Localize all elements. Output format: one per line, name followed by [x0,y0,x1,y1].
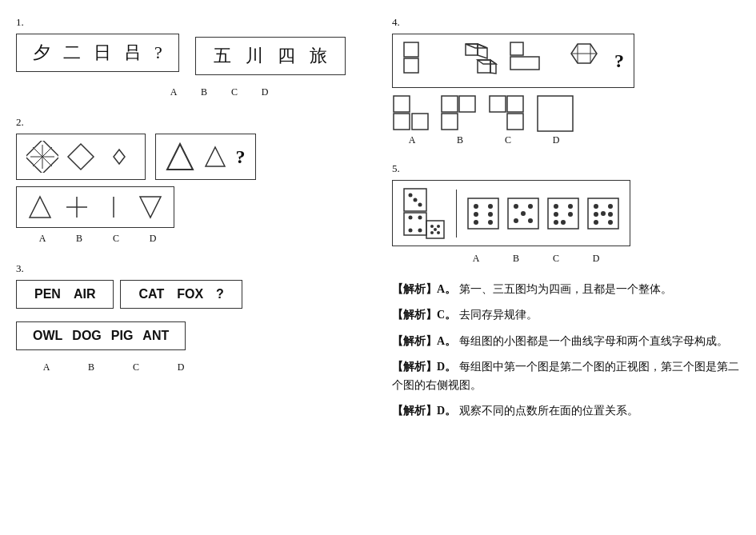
q2-shape4 [166,141,194,173]
svg-point-44 [418,216,422,220]
svg-point-64 [514,218,518,223]
svg-rect-32 [459,96,475,112]
svg-point-78 [608,212,613,217]
q3-optA-w2: DOG [72,329,101,343]
q2-label-c: C [98,233,134,245]
q1-char-3: 日 [94,41,111,65]
svg-point-54 [474,204,478,209]
q1-label-a: A [158,86,189,98]
svg-rect-29 [394,114,410,130]
svg-marker-5 [68,144,94,170]
q2-label-a: A [24,233,61,245]
q4-main3 [509,41,541,81]
page-container: 1. 夕 二 日 吕 ? 五 川 四 旅 A B C [16,16,740,428]
q1-char-2: 二 [63,41,81,65]
q2-question-mark: ? [236,146,246,168]
question-4: 4. [392,16,740,146]
svg-rect-31 [442,96,458,112]
q5-label-a: A [456,253,496,265]
q2-label-b: B [61,233,98,245]
q2-optD [138,194,162,221]
q4-main4 [563,41,603,81]
q2-shape1 [26,141,58,173]
q2-shape2 [65,141,97,173]
svg-marker-16 [466,44,478,55]
q4-optB-svg [440,94,480,134]
svg-rect-53 [468,198,498,229]
svg-marker-6 [114,150,125,164]
q5-label-c: C [536,253,576,265]
question-2: 2. [16,116,368,245]
analysis-1-label: 【解析】A。 [392,283,456,295]
analysis-3-label: 【解析】A。 [392,335,456,347]
svg-rect-15 [404,58,418,73]
q1-options-box: 五 川 四 旅 [195,37,346,75]
question-5: 5. [392,162,740,265]
q4-label-c: C [505,134,511,146]
q3-optA-box: OWL DOG PIG ANT [16,321,186,350]
q5-separator [456,190,457,238]
svg-point-71 [561,220,566,225]
svg-marker-7 [167,144,193,170]
q1-optA-char: 五 [214,44,231,68]
svg-point-62 [528,204,533,209]
svg-rect-30 [412,114,428,130]
analysis-2: 【解析】C。 去同存异规律。 [392,306,740,324]
svg-point-68 [568,204,573,209]
svg-point-39 [409,194,413,198]
analysis-3: 【解析】A。 每组图的小图都是一个曲线字母和两个直线字母构成。 [392,333,740,350]
analysis-1-text: 第一、三五图均为四画，且都是一个整体。 [459,283,672,295]
q3-label-a: A [24,361,69,373]
svg-point-40 [414,198,418,202]
q4-optC: C [488,94,528,146]
svg-point-49 [437,225,440,228]
question-1: 1. 夕 二 日 吕 ? 五 川 四 旅 A B C [16,16,368,98]
q3-word4: FOX [177,287,203,301]
q5-number: 5. [392,162,740,175]
svg-point-48 [430,225,434,228]
q4-optB: B [440,94,480,146]
svg-point-69 [554,212,558,217]
analysis-section: 【解析】A。 第一、三五图均为四画，且都是一个整体。 【解析】C。 去同存异规律… [392,281,740,420]
q1-char-4: 吕 [124,41,142,65]
svg-point-80 [601,211,606,216]
q5-mainD [586,197,620,230]
svg-rect-23 [510,57,539,70]
q4-number: 4. [392,16,740,29]
q4-question-mark: ? [614,50,624,72]
analysis-5: 【解析】D。 观察不同的点数所在面的位置关系。 [392,402,740,420]
left-column: 1. 夕 二 日 吕 ? 五 川 四 旅 A B C [16,16,368,428]
svg-point-50 [430,231,434,234]
analysis-5-label: 【解析】D。 [392,405,456,417]
svg-point-59 [488,220,493,225]
svg-point-56 [474,212,478,217]
q2-optB [65,194,89,221]
q3-word1: PEN [34,287,61,301]
q4-main2 [454,41,498,81]
q3-optA-w3: PIG [111,329,134,343]
svg-rect-42 [404,213,426,235]
svg-rect-22 [510,42,523,55]
svg-point-58 [474,220,478,225]
q5-mainA [466,197,500,230]
q4-optA: A [392,94,432,146]
svg-point-51 [437,231,440,234]
svg-point-55 [488,204,493,209]
q4-optC-svg [488,94,528,134]
svg-rect-28 [394,96,410,112]
svg-rect-14 [404,42,418,57]
svg-rect-33 [442,114,458,130]
svg-rect-36 [507,114,523,130]
q4-optD: D [536,94,576,146]
q4-optA-svg [392,94,432,134]
q2-shape5 [201,141,230,173]
q4-main1 [402,41,442,81]
q5-main-dice-stack [402,187,446,239]
q1-optC-char: 四 [278,44,295,68]
analysis-4-label: 【解析】D。 [392,361,456,373]
q3-word3: CAT [138,287,164,301]
analysis-2-text: 去同存异规律。 [459,309,538,321]
q1-label-c: C [219,86,250,98]
q1-optB-char: 川 [246,44,263,68]
q2-shape3 [103,141,135,173]
